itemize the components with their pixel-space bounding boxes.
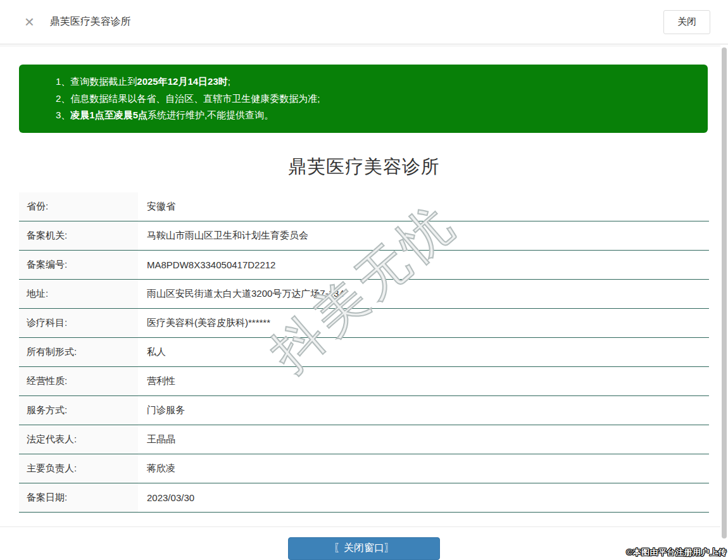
notice-line: 2、信息数据结果以各省、自治区、直辖市卫生健康委数据为准;	[56, 90, 695, 108]
page-title: 鼎芙医疗美容诊所	[0, 154, 728, 180]
field-label: 法定代表人:	[19, 425, 138, 454]
window-title: 鼎芙医疗美容诊所	[50, 15, 131, 28]
field-label: 诊疗科目:	[19, 309, 138, 337]
field-value: 安徽省	[138, 192, 709, 221]
table-row: 省份: 安徽省	[19, 192, 709, 221]
field-value: 2023/03/30	[138, 483, 709, 512]
field-label: 备案编号:	[19, 251, 138, 279]
footer: 〖关闭窗口〗	[0, 527, 728, 560]
field-label: 省份:	[19, 192, 138, 221]
field-value: 门诊服务	[138, 396, 709, 425]
notice-line: 1、查询数据截止到2025年12月14日23时;	[56, 73, 695, 90]
field-label: 备案日期:	[19, 483, 138, 512]
table-row: 法定代表人: 王晶晶	[19, 425, 709, 454]
notice-box: 1、查询数据截止到2025年12月14日23时; 2、信息数据结果以各省、自治区…	[19, 65, 708, 133]
field-label: 所有制形式:	[19, 338, 138, 366]
field-value: 蒋欣凌	[138, 454, 709, 483]
field-value: MA8PDW8X334050417D2212	[138, 251, 709, 279]
table-row: 备案机关: 马鞍山市雨山区卫生和计划生育委员会	[19, 221, 709, 251]
table-row: 所有制形式: 私人	[19, 338, 709, 367]
notice-line: 3、凌晨1点至凌晨5点系统进行维护,不能提供查询。	[56, 107, 695, 124]
info-table: 省份: 安徽省 备案机关: 马鞍山市雨山区卫生和计划生育委员会 备案编号: MA…	[19, 192, 709, 513]
table-row: 地址: 雨山区安民街道太白大道3200号万达广场7-134	[19, 280, 709, 309]
field-value: 马鞍山市雨山区卫生和计划生育委员会	[138, 221, 709, 250]
field-label: 经营性质:	[19, 367, 138, 395]
close-window-button[interactable]: 〖关闭窗口〗	[288, 537, 440, 560]
table-row: 服务方式: 门诊服务	[19, 396, 709, 425]
field-label: 备案机关:	[19, 221, 138, 250]
field-value: 医疗美容科(美容皮肤科)******	[138, 309, 709, 337]
field-label: 主要负责人:	[19, 454, 138, 483]
field-label: 地址:	[19, 280, 138, 308]
copyright-watermark: ©本图由平台注册用户上传	[626, 547, 727, 558]
table-row: 主要负责人: 蒋欣凌	[19, 454, 709, 483]
close-button[interactable]: 关闭	[663, 10, 710, 34]
field-value: 私人	[138, 338, 709, 366]
field-value: 营利性	[138, 367, 709, 395]
header-divider	[0, 44, 728, 47]
field-value: 王晶晶	[138, 425, 709, 454]
titlebar: ✕ 鼎芙医疗美容诊所 关闭	[0, 0, 728, 44]
field-value: 雨山区安民街道太白大道3200号万达广场7-134	[138, 280, 709, 308]
table-row: 诊疗科目: 医疗美容科(美容皮肤科)******	[19, 309, 709, 338]
table-row: 备案日期: 2023/03/30	[19, 483, 709, 513]
table-row: 备案编号: MA8PDW8X334050417D2212	[19, 251, 709, 280]
table-row: 经营性质: 营利性	[19, 367, 709, 396]
scrollbar-thumb[interactable]	[722, 47, 727, 538]
scrollbar-track[interactable]	[720, 45, 728, 560]
close-x-icon[interactable]: ✕	[24, 16, 35, 28]
field-label: 服务方式:	[19, 396, 138, 425]
